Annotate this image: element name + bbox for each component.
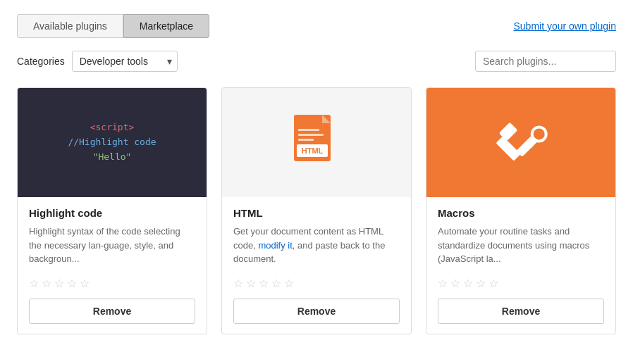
plugin-stars-html: ☆ ☆ ☆ ☆ ☆: [233, 277, 400, 290]
star-1: ☆: [233, 277, 243, 290]
svg-rect-6: [298, 134, 324, 136]
plugin-stars-highlight-code: ☆ ☆ ☆ ☆ ☆: [29, 277, 195, 290]
svg-text:HTML: HTML: [302, 146, 324, 155]
plugin-desc-macros: Automate your routine tasks and standard…: [438, 225, 604, 267]
plugins-grid: <script> //Highlight code "Hello" Highli…: [17, 87, 616, 334]
star-4: ☆: [271, 277, 281, 290]
star-4: ☆: [67, 277, 77, 290]
tools-icon: [489, 111, 553, 175]
svg-rect-7: [298, 139, 314, 141]
plugin-desc-highlight-code: Highlight syntax of the code selecting t…: [29, 225, 195, 267]
svg-rect-5: [298, 129, 319, 131]
star-1: ☆: [29, 277, 39, 290]
code-snippet-icon: <script> //Highlight code "Hello": [68, 120, 156, 164]
plugin-stars-macros: ☆ ☆ ☆ ☆ ☆: [438, 277, 604, 290]
plugin-title-html: HTML: [233, 207, 400, 219]
plugin-thumbnail-macros: [426, 88, 615, 197]
star-3: ☆: [259, 277, 269, 290]
star-3: ☆: [463, 277, 473, 290]
star-5: ☆: [488, 277, 498, 290]
tabs-row: Available plugins Marketplace Submit you…: [17, 14, 616, 38]
plugin-title-highlight-code: Highlight code: [29, 207, 195, 219]
plugin-body-html: HTML Get your document content as HTML c…: [222, 197, 411, 334]
star-5: ☆: [80, 277, 90, 290]
tab-marketplace[interactable]: Marketplace: [123, 14, 209, 38]
plugin-title-macros: Macros: [438, 207, 604, 219]
plugin-body-macros: Macros Automate your routine tasks and s…: [426, 197, 615, 334]
html-file-icon: HTML: [291, 113, 342, 172]
star-2: ☆: [42, 277, 51, 290]
star-4: ☆: [476, 277, 486, 290]
remove-button-html[interactable]: Remove: [233, 299, 400, 324]
html-modify-link[interactable]: modify it: [258, 240, 292, 251]
html-file-svg: HTML: [291, 113, 342, 172]
star-1: ☆: [438, 277, 448, 290]
plugin-card-macros: Macros Automate your routine tasks and s…: [426, 87, 616, 334]
filters-left: Categories Developer tools All categorie…: [17, 51, 178, 72]
plugin-body-highlight-code: Highlight code Highlight syntax of the c…: [18, 197, 207, 334]
plugin-thumbnail-html: HTML: [222, 88, 411, 197]
plugin-desc-html: Get your document content as HTML code, …: [233, 225, 400, 267]
plugin-card-html: HTML HTML Get your document content as H…: [221, 87, 412, 334]
star-3: ☆: [54, 277, 64, 290]
category-select[interactable]: Developer tools All categories Writing C…: [72, 51, 178, 72]
submit-plugin-link[interactable]: Submit your own plugin: [513, 20, 616, 32]
categories-label: Categories: [17, 56, 65, 67]
tab-available-plugins[interactable]: Available plugins: [17, 14, 123, 38]
search-input[interactable]: [475, 51, 616, 72]
page-wrapper: Available plugins Marketplace Submit you…: [0, 0, 633, 364]
tabs-left: Available plugins Marketplace: [17, 14, 209, 38]
plugin-thumbnail-highlight-code: <script> //Highlight code "Hello": [18, 88, 207, 197]
remove-button-macros[interactable]: Remove: [438, 299, 604, 324]
star-5: ☆: [284, 277, 294, 290]
star-2: ☆: [450, 277, 460, 290]
svg-rect-8: [496, 136, 520, 161]
filters-row: Categories Developer tools All categorie…: [17, 51, 616, 72]
remove-button-highlight-code[interactable]: Remove: [29, 299, 195, 324]
category-select-wrapper: Developer tools All categories Writing C…: [72, 51, 178, 72]
star-2: ☆: [246, 277, 256, 290]
plugin-card-highlight-code: <script> //Highlight code "Hello" Highli…: [17, 87, 207, 334]
